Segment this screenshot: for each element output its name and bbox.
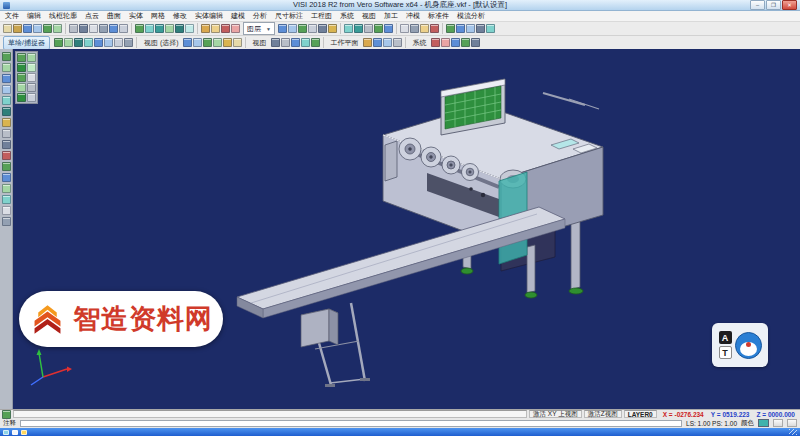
- tool-icon[interactable]: [74, 38, 83, 47]
- tool-icon[interactable]: [135, 24, 144, 33]
- tool-icon[interactable]: [221, 24, 230, 33]
- tool-icon[interactable]: [2, 173, 11, 182]
- active-workplane-segment[interactable]: 激活 XY 上视图: [529, 410, 582, 418]
- tool-icon[interactable]: [2, 96, 11, 105]
- tab-sketch-snap[interactable]: 草绘/捕捉器: [3, 36, 50, 50]
- menu-item[interactable]: 编辑: [27, 11, 41, 21]
- tool-icon[interactable]: [43, 24, 52, 33]
- tool-icon[interactable]: [486, 24, 495, 33]
- tool-icon[interactable]: [456, 24, 465, 33]
- tool-icon[interactable]: [17, 73, 26, 82]
- tool-icon[interactable]: [446, 24, 455, 33]
- tool-icon[interactable]: [114, 38, 123, 47]
- tool-icon[interactable]: [451, 38, 460, 47]
- tool-icon[interactable]: [231, 24, 240, 33]
- menu-item[interactable]: 点云: [85, 11, 99, 21]
- tool-icon[interactable]: [17, 53, 26, 62]
- tool-icon[interactable]: [223, 38, 232, 47]
- tool-icon[interactable]: [2, 206, 11, 215]
- close-button[interactable]: ✕: [782, 0, 797, 10]
- tool-icon[interactable]: [271, 38, 280, 47]
- tool-icon[interactable]: [393, 38, 402, 47]
- tool-icon[interactable]: [281, 38, 290, 47]
- tool-icon[interactable]: [183, 38, 192, 47]
- tool-icon[interactable]: [201, 24, 210, 33]
- color-swatch[interactable]: [758, 419, 769, 427]
- tool-icon[interactable]: [2, 140, 11, 149]
- tool-icon[interactable]: [119, 24, 128, 33]
- tool-icon[interactable]: [94, 38, 103, 47]
- tool-icon[interactable]: [2, 63, 11, 72]
- tool-icon[interactable]: [410, 24, 419, 33]
- tool-icon[interactable]: [2, 184, 11, 193]
- menu-item[interactable]: 分析: [253, 11, 267, 21]
- tool-icon[interactable]: [288, 24, 297, 33]
- menu-item[interactable]: 实体编辑: [195, 11, 223, 21]
- menu-item[interactable]: 实体: [129, 11, 143, 21]
- tool-icon[interactable]: [430, 24, 439, 33]
- menu-item[interactable]: 模流分析: [457, 11, 485, 21]
- tool-icon[interactable]: [2, 162, 11, 171]
- tool-icon[interactable]: [17, 63, 26, 72]
- status-mini-icon[interactable]: [21, 430, 27, 435]
- tool-icon[interactable]: [104, 38, 113, 47]
- tool-icon[interactable]: [2, 151, 11, 160]
- tool-icon[interactable]: [2, 85, 11, 94]
- tool-icon[interactable]: [193, 38, 202, 47]
- tool-icon[interactable]: [344, 24, 353, 33]
- tool-icon[interactable]: [400, 24, 409, 33]
- status-mini-button[interactable]: [787, 419, 797, 427]
- tool-icon[interactable]: [328, 24, 337, 33]
- menu-item[interactable]: 加工: [384, 11, 398, 21]
- tool-icon[interactable]: [308, 24, 317, 33]
- tool-icon[interactable]: [69, 24, 78, 33]
- tool-icon[interactable]: [165, 24, 174, 33]
- tool-icon[interactable]: [211, 24, 220, 33]
- status-mini-button[interactable]: [773, 419, 783, 427]
- tool-icon[interactable]: [461, 38, 470, 47]
- tool-icon[interactable]: [466, 24, 475, 33]
- menu-item[interactable]: 文件: [5, 11, 19, 21]
- tool-icon[interactable]: [33, 24, 42, 33]
- tool-icon[interactable]: [17, 83, 26, 92]
- tool-icon[interactable]: [3, 24, 12, 33]
- tool-icon[interactable]: [2, 107, 11, 116]
- tool-icon[interactable]: [27, 93, 36, 102]
- tool-icon[interactable]: [2, 74, 11, 83]
- tool-icon[interactable]: [363, 38, 372, 47]
- tool-icon[interactable]: [64, 38, 73, 47]
- tool-icon[interactable]: [203, 38, 212, 47]
- tool-icon[interactable]: [476, 24, 485, 33]
- tool-icon[interactable]: [431, 38, 440, 47]
- tool-icon[interactable]: [99, 24, 108, 33]
- active-layer-segment[interactable]: LAYER0: [624, 410, 657, 418]
- tool-icon[interactable]: [354, 24, 363, 33]
- tool-icon[interactable]: [53, 24, 62, 33]
- tool-icon[interactable]: [2, 52, 11, 61]
- tool-icon[interactable]: [233, 38, 242, 47]
- layer-combo[interactable]: 图层 ▼: [243, 22, 275, 35]
- tool-icon[interactable]: [374, 24, 383, 33]
- menu-item[interactable]: 系统: [340, 11, 354, 21]
- tool-icon[interactable]: [27, 63, 36, 72]
- tool-icon[interactable]: [364, 24, 373, 33]
- tool-icon[interactable]: [301, 38, 310, 47]
- tool-icon[interactable]: [420, 24, 429, 33]
- tool-icon[interactable]: [175, 24, 184, 33]
- tool-icon[interactable]: [124, 38, 133, 47]
- maximize-button[interactable]: ❐: [766, 0, 781, 10]
- tool-icon[interactable]: [79, 24, 88, 33]
- tool-icon[interactable]: [213, 38, 222, 47]
- status-mini-icon[interactable]: [3, 430, 9, 435]
- tool-icon[interactable]: [318, 24, 327, 33]
- tool-icon[interactable]: [23, 24, 32, 33]
- menu-item[interactable]: 曲面: [107, 11, 121, 21]
- menu-item[interactable]: 工程图: [311, 11, 332, 21]
- resize-grip[interactable]: [789, 429, 797, 435]
- status-icon[interactable]: [2, 410, 11, 419]
- tool-icon[interactable]: [89, 24, 98, 33]
- tool-icon[interactable]: [185, 24, 194, 33]
- tool-icon[interactable]: [27, 73, 36, 82]
- tool-icon[interactable]: [155, 24, 164, 33]
- tool-icon[interactable]: [373, 38, 382, 47]
